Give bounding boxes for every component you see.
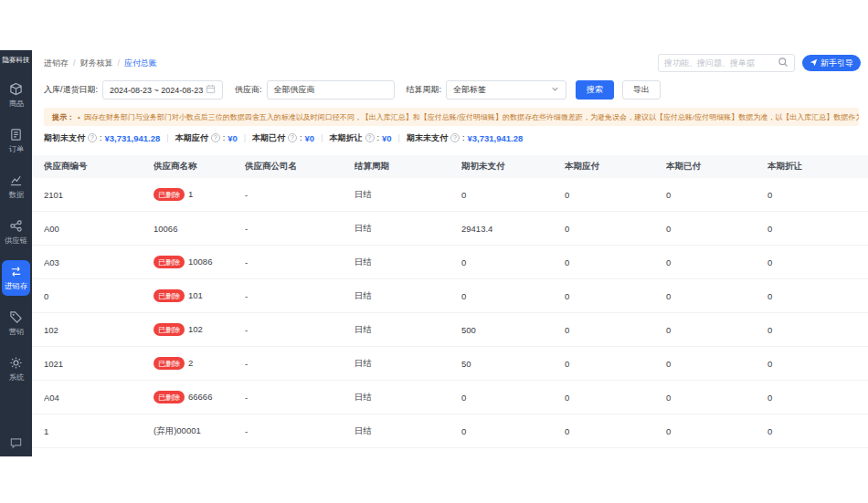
summary-value: ¥0 bbox=[305, 133, 315, 143]
supplier-code: A00 bbox=[44, 224, 153, 234]
search-icon[interactable] bbox=[778, 55, 789, 71]
date-range-picker[interactable]: 2024-08-23 ~ 2024-08-23 bbox=[102, 80, 223, 100]
sidebar-item-system[interactable]: 系统 bbox=[2, 351, 30, 387]
period-paid-value: 0 bbox=[666, 257, 767, 267]
help-chat-icon[interactable] bbox=[9, 433, 23, 456]
column-header: 本期已付 bbox=[666, 161, 767, 173]
period-paid-value: 0 bbox=[666, 325, 767, 335]
sidebar-item-inventory[interactable]: 进销存 bbox=[2, 260, 30, 296]
supplier-code: A03 bbox=[44, 257, 153, 267]
notice-text: 因存在财务部门与业务部门对小数点后三位的数据四舍五入的标准以及时间口径不同，【出… bbox=[84, 112, 859, 122]
table-row[interactable]: 1021 已删除2 - 日结 50 0 0 0 bbox=[32, 347, 868, 381]
search-button[interactable]: 搜索 bbox=[576, 80, 614, 100]
sidebar-item-supply-chain[interactable]: 供应链 bbox=[2, 215, 30, 250]
summary-value: ¥0 bbox=[228, 133, 238, 143]
supplier-code: 1021 bbox=[44, 359, 153, 369]
sidebar-item-label: 订单 bbox=[8, 144, 24, 155]
cycle-filter-label: 结算周期: bbox=[407, 84, 442, 96]
table-row[interactable]: A04 已删除66666 - 日结 0 0 0 0 bbox=[32, 381, 868, 414]
calendar-icon bbox=[206, 84, 216, 96]
supplier-company: - bbox=[245, 291, 355, 301]
cycle-filter-value: 全部标签 bbox=[453, 84, 486, 96]
info-icon[interactable] bbox=[288, 133, 297, 142]
summary-bar: 期初未支付 ¥3,731,941.28 本期应付 ¥0 本期已付 ¥0 bbox=[32, 126, 868, 150]
table-row[interactable]: 102 已删除102 - 日结 500 0 0 0 bbox=[32, 313, 868, 347]
sidebar-item-label: 营销 bbox=[8, 327, 24, 338]
info-icon[interactable] bbox=[88, 133, 97, 142]
info-icon[interactable] bbox=[211, 133, 220, 142]
summary-label: 本期已付 bbox=[252, 132, 285, 144]
supplier-name-text: 66666 bbox=[188, 392, 212, 402]
summary-value: ¥3,731,941.28 bbox=[105, 133, 161, 143]
period-payable-value: 0 bbox=[565, 291, 666, 301]
sidebar-item-marketing[interactable]: 营销 bbox=[2, 306, 30, 341]
summary-closing-unpaid: 期末未支付 ¥3,731,941.28 bbox=[407, 132, 523, 144]
global-search-box[interactable] bbox=[658, 54, 795, 72]
column-header: 供应商公司名 bbox=[245, 161, 355, 173]
period-discount-value: 0 bbox=[767, 224, 868, 234]
info-icon[interactable] bbox=[450, 133, 460, 142]
supplier-name-text: 1 bbox=[188, 189, 193, 199]
breadcrumb-item-current: 应付总账 bbox=[124, 58, 157, 69]
deleted-badge: 已删除 bbox=[153, 391, 185, 403]
export-button[interactable]: 导出 bbox=[622, 80, 661, 100]
colon bbox=[300, 133, 302, 142]
breadcrumb-item[interactable]: 财务核算 bbox=[80, 58, 113, 69]
cycle-filter-select[interactable]: 全部标签 bbox=[446, 80, 566, 100]
date-range-value: 2024-08-23 ~ 2024-08-23 bbox=[110, 86, 203, 95]
period-discount-value: 0 bbox=[767, 426, 868, 436]
period-payable-value: 0 bbox=[565, 393, 666, 403]
summary-divider bbox=[321, 133, 323, 142]
sidebar-item-goods[interactable]: 商品 bbox=[2, 78, 30, 113]
summary-period-payable: 本期应付 ¥0 bbox=[175, 132, 238, 144]
tag-icon bbox=[9, 310, 23, 324]
opening-unpaid-value: 0 bbox=[461, 393, 565, 403]
sidebar-item-data[interactable]: 数据 bbox=[2, 169, 30, 204]
supplier-filter-input[interactable]: 全部供应商 bbox=[267, 80, 395, 100]
column-header: 结算周期 bbox=[355, 161, 461, 173]
supplier-company: - bbox=[245, 426, 355, 436]
deleted-badge: 已删除 bbox=[153, 256, 185, 268]
period-discount-value: 0 bbox=[767, 257, 868, 267]
colon bbox=[100, 133, 102, 142]
supplier-filter-value: 全部供应商 bbox=[274, 84, 315, 96]
period-paid-value: 0 bbox=[666, 426, 767, 436]
sidebar-item-label: 供应链 bbox=[5, 236, 27, 246]
settlement-cycle: 日结 bbox=[355, 425, 461, 437]
topbar: 进销存 财务核算 应付总账 新手引导 bbox=[32, 50, 868, 76]
supplier-name: (弃用)00001 bbox=[153, 425, 245, 437]
breadcrumb-separator bbox=[118, 58, 121, 68]
sidebar-item-orders[interactable]: 订单 bbox=[2, 123, 30, 159]
supplier-name-text: 10066 bbox=[153, 224, 177, 234]
info-icon[interactable] bbox=[365, 133, 375, 142]
breadcrumb: 进销存 财务核算 应付总账 bbox=[44, 58, 157, 69]
period-payable-value: 0 bbox=[565, 257, 666, 267]
summary-period-paid: 本期已付 ¥0 bbox=[252, 132, 314, 144]
supplier-name: 已删除66666 bbox=[153, 391, 245, 403]
summary-label: 本期应付 bbox=[175, 132, 208, 144]
opening-unpaid-value: 0 bbox=[461, 291, 565, 301]
search-input[interactable] bbox=[664, 58, 778, 68]
guide-rocket-icon bbox=[810, 58, 818, 68]
supplier-name: 已删除101 bbox=[153, 289, 245, 302]
table-row[interactable]: A00 10066 - 日结 29413.4 0 0 0 bbox=[32, 212, 868, 246]
table-row[interactable]: A03 已删除10086 - 日结 0 0 0 0 bbox=[32, 246, 868, 279]
supplier-company: - bbox=[245, 224, 355, 234]
colon bbox=[223, 133, 226, 142]
notice-banner: 提示： • 因存在财务部门与业务部门对小数点后三位的数据四舍五入的标准以及时间口… bbox=[44, 108, 859, 126]
colon bbox=[377, 133, 380, 142]
deleted-badge: 已删除 bbox=[153, 289, 185, 302]
table-row[interactable]: 2101 已删除1 - 日结 0 0 0 0 bbox=[32, 178, 868, 212]
supplier-filter-label: 供应商: bbox=[235, 84, 262, 96]
breadcrumb-item[interactable]: 进销存 bbox=[44, 58, 69, 69]
summary-period-discount: 本期折让 ¥0 bbox=[330, 132, 392, 144]
supplier-name-text: (弃用)00001 bbox=[153, 425, 201, 435]
supplier-name: 已删除102 bbox=[153, 323, 245, 336]
period-discount-value: 0 bbox=[767, 190, 868, 200]
table-row[interactable]: 0 已删除101 - 日结 0 0 0 0 bbox=[32, 279, 868, 313]
supplier-name-text: 2 bbox=[188, 358, 193, 368]
guide-button[interactable]: 新手引导 bbox=[802, 55, 861, 71]
topbar-right: 新手引导 bbox=[658, 54, 861, 72]
table-row[interactable]: 1 (弃用)00001 - 日结 0 0 0 0 bbox=[32, 414, 868, 448]
order-list-icon bbox=[9, 128, 23, 141]
